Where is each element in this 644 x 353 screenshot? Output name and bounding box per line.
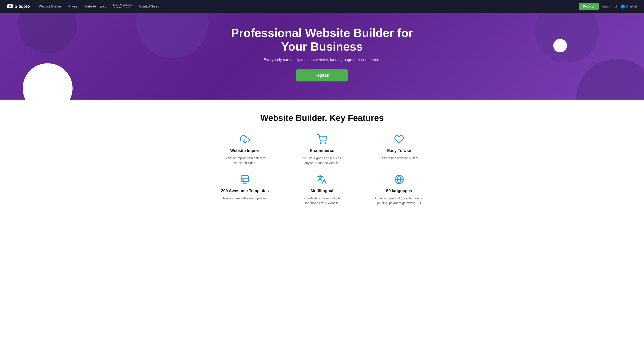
hero-decoration-3 <box>535 13 599 63</box>
hero-decoration-5 <box>576 59 644 100</box>
nav-for-resellers-label: For Resellers <box>113 4 132 7</box>
globe-icon: 🌐 <box>620 4 625 9</box>
feature-ecommerce-desc: Sell your goods or services anywhere on … <box>297 156 347 165</box>
cloud-download-icon <box>240 134 250 146</box>
nav-language-label: English <box>626 5 637 8</box>
heart-icon <box>394 134 404 146</box>
logo-text: Site.pro <box>15 4 30 9</box>
nav-register-button[interactable]: Register <box>579 3 599 10</box>
nav-links: Website Builder Prices Website Import Fo… <box>39 4 579 9</box>
nav-website-builder[interactable]: Website Builder <box>39 5 61 8</box>
world-icon <box>394 174 404 186</box>
hero-title: Professional Website Builder for Your Bu… <box>220 26 424 54</box>
nav-white-label: WHITE LABEL <box>114 7 130 9</box>
svg-rect-3 <box>242 179 244 181</box>
feature-languages: 50 languages Localised product (local la… <box>363 174 436 206</box>
hero-section: Professional Website Builder for Your Bu… <box>0 13 644 100</box>
features-section: Website Builder. Key Features Website Im… <box>0 100 644 219</box>
hero-register-button[interactable]: Register <box>296 69 348 82</box>
feature-multilingual-name: Multilingual <box>311 189 333 193</box>
cart-icon <box>317 134 327 146</box>
nav-for-resellers[interactable]: For Resellers WHITE LABEL <box>113 4 132 9</box>
feature-ecommerce-name: E-commerce <box>310 148 334 153</box>
feature-languages-name: 50 languages <box>386 189 412 193</box>
logo-badge: SP <box>7 4 13 9</box>
feature-languages-desc: Localised product (local language, plugi… <box>374 196 424 206</box>
feature-templates-name: 200 Awesome Templates <box>221 189 269 193</box>
hero-decoration-4 <box>23 63 72 100</box>
feature-multilingual-desc: Possibility to have multiple languages f… <box>297 196 347 206</box>
hero-decoration-1 <box>18 13 77 54</box>
translate-icon <box>317 174 327 186</box>
site-logo[interactable]: SP Site.pro <box>7 4 30 9</box>
hero-decoration-2 <box>136 13 208 58</box>
feature-website-import: Website Import Website import from diffe… <box>208 134 281 165</box>
nav-login-link[interactable]: Log In <box>602 5 611 8</box>
feature-multilingual: Multilingual Possibility to have multipl… <box>286 174 358 206</box>
hero-decoration-6 <box>553 39 567 52</box>
svg-point-0 <box>320 142 321 143</box>
feature-easy-to-use-desc: Easy to use website builder <box>380 156 418 161</box>
features-grid: Website Import Website import from diffe… <box>208 134 436 206</box>
navbar: SP Site.pro Website Builder Prices Websi… <box>0 0 644 13</box>
nav-right: Register Log In $ 🌐 English <box>579 3 637 10</box>
feature-easy-to-use: Easy To Use Easy to use website builder <box>363 134 436 165</box>
nav-currency[interactable]: $ <box>615 4 617 9</box>
nav-website-import[interactable]: Website Import <box>84 5 106 8</box>
nav-language[interactable]: 🌐 English <box>620 4 637 9</box>
feature-easy-to-use-name: Easy To Use <box>387 148 411 153</box>
feature-templates: 200 Awesome Templates Newest templates a… <box>208 174 281 206</box>
feature-templates-desc: Newest templates and updates <box>223 196 267 201</box>
feature-ecommerce: E-commerce Sell your goods or services a… <box>286 134 358 165</box>
hero-subtitle: Everybody can easily make a website, lan… <box>264 58 380 62</box>
feature-website-import-name: Website Import <box>230 148 260 153</box>
features-title: Website Builder. Key Features <box>9 113 635 123</box>
feature-website-import-desc: Website import from different website bu… <box>220 156 270 165</box>
templates-icon <box>240 174 250 186</box>
nav-prices[interactable]: Prices <box>68 5 77 8</box>
nav-contact-sales[interactable]: Contact Sales <box>139 5 159 8</box>
svg-point-1 <box>325 142 326 143</box>
